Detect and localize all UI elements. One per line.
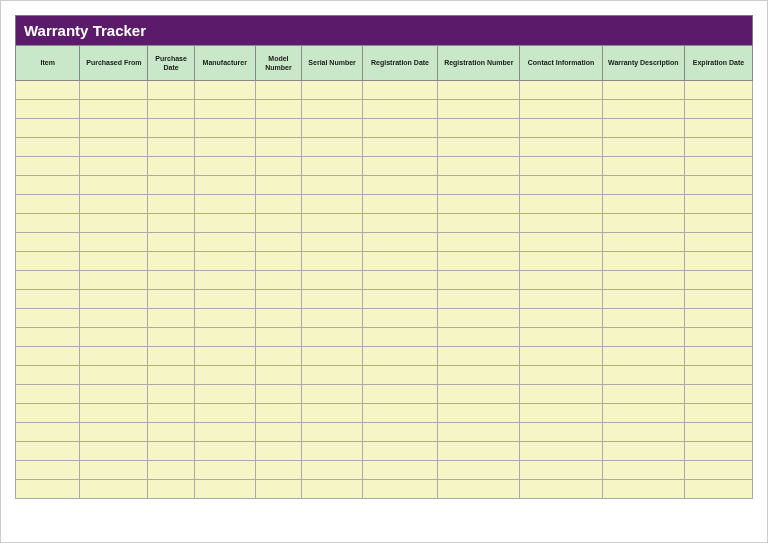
table-cell[interactable] — [194, 480, 255, 499]
table-cell[interactable] — [362, 81, 437, 100]
table-cell[interactable] — [302, 461, 363, 480]
table-cell[interactable] — [16, 195, 80, 214]
table-cell[interactable] — [362, 347, 437, 366]
table-cell[interactable] — [520, 214, 602, 233]
table-cell[interactable] — [602, 309, 684, 328]
table-cell[interactable] — [684, 138, 752, 157]
table-cell[interactable] — [438, 442, 520, 461]
table-cell[interactable] — [602, 138, 684, 157]
table-cell[interactable] — [602, 442, 684, 461]
table-cell[interactable] — [194, 347, 255, 366]
table-cell[interactable] — [148, 119, 195, 138]
table-cell[interactable] — [684, 290, 752, 309]
table-cell[interactable] — [520, 347, 602, 366]
table-cell[interactable] — [16, 214, 80, 233]
table-cell[interactable] — [148, 290, 195, 309]
table-cell[interactable] — [362, 461, 437, 480]
table-cell[interactable] — [194, 157, 255, 176]
table-cell[interactable] — [302, 100, 363, 119]
table-cell[interactable] — [148, 309, 195, 328]
table-cell[interactable] — [16, 366, 80, 385]
table-cell[interactable] — [302, 442, 363, 461]
table-cell[interactable] — [148, 81, 195, 100]
table-cell[interactable] — [255, 423, 302, 442]
table-cell[interactable] — [438, 404, 520, 423]
table-cell[interactable] — [602, 347, 684, 366]
col-header-manufacturer[interactable]: Manufacturer — [194, 46, 255, 81]
table-cell[interactable] — [684, 233, 752, 252]
table-cell[interactable] — [16, 404, 80, 423]
table-cell[interactable] — [520, 119, 602, 138]
table-cell[interactable] — [148, 461, 195, 480]
table-cell[interactable] — [16, 233, 80, 252]
table-cell[interactable] — [80, 119, 148, 138]
table-cell[interactable] — [80, 347, 148, 366]
table-cell[interactable] — [684, 328, 752, 347]
table-cell[interactable] — [362, 442, 437, 461]
table-cell[interactable] — [148, 138, 195, 157]
table-cell[interactable] — [602, 366, 684, 385]
table-cell[interactable] — [362, 366, 437, 385]
table-cell[interactable] — [438, 233, 520, 252]
table-cell[interactable] — [602, 480, 684, 499]
col-header-model-number[interactable]: Model Number — [255, 46, 302, 81]
table-cell[interactable] — [520, 309, 602, 328]
table-cell[interactable] — [302, 480, 363, 499]
table-cell[interactable] — [520, 290, 602, 309]
col-header-expiration-date[interactable]: Expiration Date — [684, 46, 752, 81]
table-cell[interactable] — [255, 328, 302, 347]
table-cell[interactable] — [362, 480, 437, 499]
table-cell[interactable] — [16, 81, 80, 100]
table-cell[interactable] — [255, 176, 302, 195]
table-cell[interactable] — [194, 309, 255, 328]
table-cell[interactable] — [438, 328, 520, 347]
table-cell[interactable] — [255, 195, 302, 214]
table-cell[interactable] — [194, 290, 255, 309]
table-cell[interactable] — [194, 385, 255, 404]
table-cell[interactable] — [302, 81, 363, 100]
table-cell[interactable] — [684, 271, 752, 290]
table-cell[interactable] — [684, 214, 752, 233]
table-cell[interactable] — [80, 138, 148, 157]
table-cell[interactable] — [255, 81, 302, 100]
table-cell[interactable] — [148, 442, 195, 461]
table-cell[interactable] — [255, 309, 302, 328]
table-cell[interactable] — [602, 385, 684, 404]
table-cell[interactable] — [438, 138, 520, 157]
table-cell[interactable] — [148, 157, 195, 176]
table-cell[interactable] — [255, 271, 302, 290]
table-cell[interactable] — [684, 404, 752, 423]
table-cell[interactable] — [684, 442, 752, 461]
table-cell[interactable] — [602, 252, 684, 271]
table-cell[interactable] — [438, 157, 520, 176]
table-cell[interactable] — [194, 233, 255, 252]
table-cell[interactable] — [255, 119, 302, 138]
table-cell[interactable] — [684, 385, 752, 404]
table-cell[interactable] — [520, 100, 602, 119]
table-cell[interactable] — [80, 271, 148, 290]
table-cell[interactable] — [194, 138, 255, 157]
table-cell[interactable] — [16, 157, 80, 176]
table-cell[interactable] — [255, 404, 302, 423]
table-cell[interactable] — [602, 404, 684, 423]
table-cell[interactable] — [302, 423, 363, 442]
table-cell[interactable] — [80, 404, 148, 423]
table-cell[interactable] — [194, 214, 255, 233]
table-cell[interactable] — [602, 81, 684, 100]
table-cell[interactable] — [255, 347, 302, 366]
table-cell[interactable] — [148, 385, 195, 404]
table-cell[interactable] — [16, 100, 80, 119]
table-cell[interactable] — [80, 309, 148, 328]
table-cell[interactable] — [362, 214, 437, 233]
table-cell[interactable] — [362, 119, 437, 138]
table-cell[interactable] — [520, 138, 602, 157]
table-cell[interactable] — [80, 157, 148, 176]
table-cell[interactable] — [302, 157, 363, 176]
table-cell[interactable] — [16, 385, 80, 404]
table-cell[interactable] — [602, 176, 684, 195]
table-cell[interactable] — [148, 233, 195, 252]
table-cell[interactable] — [684, 119, 752, 138]
table-cell[interactable] — [684, 157, 752, 176]
table-cell[interactable] — [362, 328, 437, 347]
table-cell[interactable] — [80, 442, 148, 461]
